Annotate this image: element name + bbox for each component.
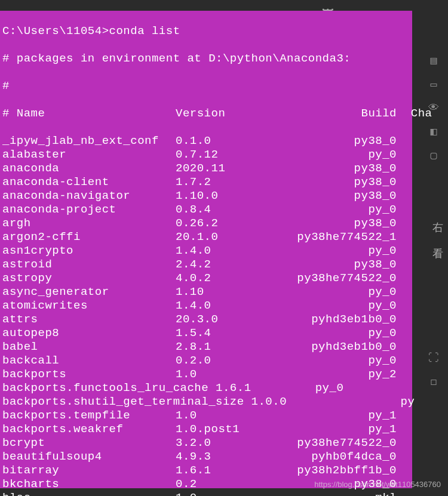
package-row: beautifulsoup44.9.3pyhb0f4dca_0: [2, 450, 432, 464]
package-row: bitarray1.6.1py38h2bbff1b_0: [2, 464, 432, 477]
package-row: backports.tempfile1.0py_1: [2, 409, 432, 423]
corners-icon[interactable]: ⛶: [428, 352, 439, 364]
rect-icon[interactable]: ◻: [431, 375, 437, 388]
package-row: alabaster0.7.12py_0: [2, 148, 432, 162]
screen-icon[interactable]: ▢: [431, 149, 437, 162]
watermark: https://blog.csdn.net/wkt1105436760: [314, 480, 441, 489]
package-row: autopep81.5.4py_0: [2, 326, 432, 340]
hash-line: #: [2, 79, 432, 93]
package-row: bcrypt3.2.0py38he774522_0: [2, 436, 432, 450]
archive-icon[interactable]: ▭: [431, 78, 437, 91]
package-row: babel2.8.1pyhd3eb1b0_0: [2, 340, 432, 354]
package-row: backports.functools_lru_cache 1.6.1 py_0: [2, 381, 432, 395]
terminal-output[interactable]: C:\Users\11054>conda list # packages in …: [2, 11, 432, 496]
package-row: backports.weakref1.0.post1py_1: [2, 423, 432, 436]
eye-icon[interactable]: 👁: [428, 101, 439, 114]
package-row: backcall0.2.0py_0: [2, 354, 432, 368]
package-row: _ipyw_jlab_nb_ext_conf0.1.0py38_0: [2, 134, 432, 148]
package-row: anaconda2020.11py38_0: [2, 162, 432, 175]
package-row: argh0.26.2py38_0: [2, 217, 432, 230]
split-icon[interactable]: ◧: [431, 125, 437, 138]
right-text: 右 看: [432, 221, 447, 260]
package-row: argon2-cffi20.1.0py38he774522_1: [2, 230, 432, 244]
package-row: async_generator1.10py_0: [2, 285, 432, 299]
right-icon-panel: ▤ ▭ 👁 ◧ ▢ ⛶ ◻: [419, 54, 448, 472]
prompt-line: C:\Users\11054>conda list: [2, 24, 432, 38]
package-row: backports1.0py_2: [2, 368, 432, 381]
package-row: backports.shutil_get_terminal_size 1.0.0…: [2, 395, 432, 409]
package-row: astroid2.4.2py38_0: [2, 258, 432, 272]
package-row: anaconda-client1.7.2py38_0: [2, 175, 432, 189]
package-row: anaconda-navigator1.10.0py38_0: [2, 189, 432, 203]
package-row: attrs20.3.0pyhd3eb1b0_0: [2, 313, 432, 326]
package-row: anaconda-project0.8.4py_0: [2, 203, 432, 217]
header-row: # NameVersionBuild Cha: [2, 107, 432, 121]
env-line: # packages in environment at D:\python\A…: [2, 52, 432, 66]
package-row: blas1.0mkl: [2, 491, 432, 496]
package-row: atomicwrites1.4.0py_0: [2, 299, 432, 313]
outline-icon[interactable]: ▤: [431, 54, 437, 67]
package-row: asn1crypto1.4.0py_0: [2, 244, 432, 258]
package-row: astropy4.0.2py38he774522_0: [2, 272, 432, 285]
